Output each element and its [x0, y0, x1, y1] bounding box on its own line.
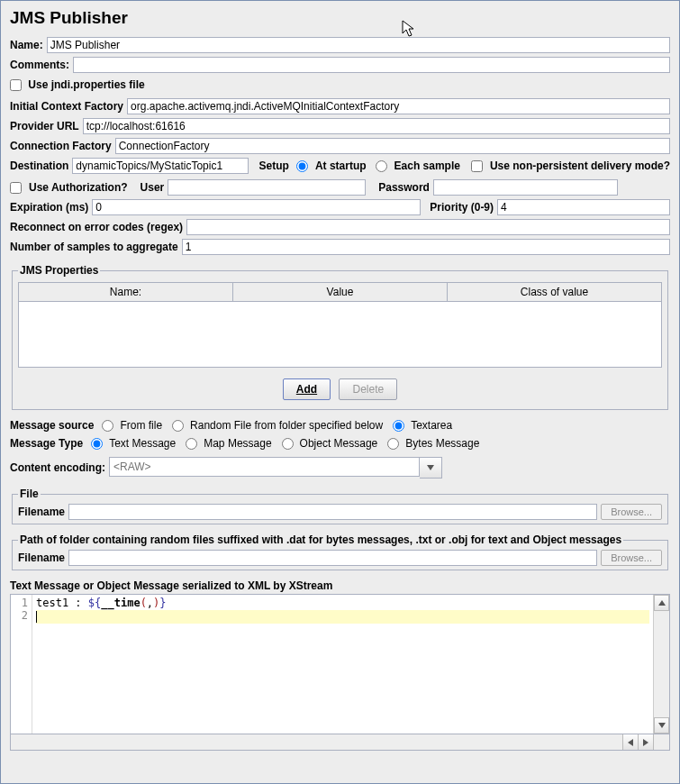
comments-label: Comments: [10, 59, 69, 71]
icf-input[interactable] [127, 98, 670, 114]
msg-type-text-radio[interactable] [91, 438, 103, 450]
encoding-combo[interactable] [109, 457, 442, 479]
horizontal-scrollbar[interactable] [10, 734, 670, 751]
user-input[interactable] [168, 179, 366, 196]
setup-each-radio[interactable] [376, 160, 387, 172]
jms-col-name[interactable]: Name: [19, 283, 233, 302]
file-fieldset: File Filename Browse... [12, 488, 668, 524]
code-editor[interactable]: 1 2 test1 : ${__time(,)} [10, 594, 670, 734]
aggregate-label: Number of samples to aggregate [10, 241, 178, 253]
folder-browse-button[interactable]: Browse... [601, 550, 662, 566]
jms-col-class[interactable]: Class of value [448, 283, 662, 302]
conn-factory-input[interactable] [115, 138, 670, 154]
password-label: Password [378, 181, 430, 194]
jms-col-value[interactable]: Value [233, 283, 448, 302]
jms-properties-legend: JMS Properties [18, 264, 100, 277]
encoding-label: Content encoding: [10, 461, 105, 474]
chevron-down-icon[interactable] [420, 457, 442, 479]
priority-label: Priority (0-9) [430, 201, 494, 214]
file-legend: File [18, 488, 41, 500]
folder-fieldset: Path of folder containing random files s… [12, 533, 668, 570]
expiration-input[interactable] [92, 199, 421, 215]
msg-source-label: Message source [10, 419, 94, 432]
msg-type-text-label: Text Message [109, 437, 176, 450]
msg-source-file-label: From file [120, 419, 162, 432]
panel-title: JMS Publisher [10, 8, 670, 28]
name-input[interactable] [47, 37, 670, 53]
folder-filename-label: Filename [18, 552, 65, 564]
jms-properties-fieldset: JMS Properties Name: Value Class of valu… [12, 264, 668, 410]
code-fn: __time [101, 597, 140, 609]
auth-checkbox[interactable] [10, 182, 22, 194]
scroll-left-icon[interactable] [622, 734, 638, 750]
reconnect-input[interactable] [186, 219, 670, 235]
destination-input[interactable] [72, 158, 248, 174]
text-cursor [36, 611, 37, 623]
msg-type-object-label: Object Message [300, 437, 378, 450]
encoding-input[interactable] [109, 457, 420, 477]
msg-type-bytes-label: Bytes Message [405, 437, 479, 450]
nonpersist-checkbox[interactable] [471, 160, 483, 172]
auth-label: Use Authorization? [29, 181, 128, 194]
editor-code-area[interactable]: test1 : ${__time(,)} [32, 595, 653, 734]
scroll-corner [653, 734, 669, 750]
file-browse-button[interactable]: Browse... [601, 504, 662, 520]
icf-label: Initial Context Factory [10, 100, 123, 113]
msg-type-label: Message Type [10, 437, 83, 450]
folder-legend: Path of folder containing random files s… [18, 533, 623, 546]
msg-type-map-radio[interactable] [186, 438, 197, 450]
msg-source-random-label: Random File from folder specified below [190, 419, 383, 432]
folder-filename-input[interactable] [68, 550, 597, 566]
priority-input[interactable] [497, 199, 670, 215]
msg-type-map-label: Map Message [204, 437, 271, 450]
editor-gutter: 1 2 [11, 595, 32, 734]
provider-url-input[interactable] [83, 118, 670, 134]
provider-url-label: Provider URL [10, 120, 79, 132]
conn-factory-label: Connection Factory [10, 140, 112, 152]
name-label: Name: [10, 39, 43, 51]
use-jndi-label: Use jndi.properties file [28, 78, 144, 91]
setup-label: Setup [259, 160, 289, 172]
msg-type-object-radio[interactable] [282, 438, 294, 450]
jms-table-body[interactable] [19, 302, 662, 368]
scroll-down-icon[interactable] [654, 717, 669, 734]
reconnect-label: Reconnect on error codes (regex) [10, 221, 183, 233]
comments-input[interactable] [73, 57, 670, 73]
msg-source-textarea-radio[interactable] [393, 420, 404, 432]
code-comma: , [147, 597, 153, 609]
password-input[interactable] [433, 179, 618, 196]
msg-type-bytes-radio[interactable] [387, 438, 399, 450]
file-filename-input[interactable] [68, 504, 597, 520]
add-button[interactable]: Add [283, 378, 331, 400]
use-jndi-checkbox[interactable] [10, 79, 22, 91]
delete-button[interactable]: Delete [339, 378, 397, 400]
file-filename-label: Filename [18, 506, 65, 518]
setup-each-label: Each sample [394, 160, 460, 172]
nonpersist-label: Use non-persistent delivery mode? [490, 160, 670, 172]
code-brace: } [159, 597, 166, 609]
expiration-label: Expiration (ms) [10, 201, 88, 214]
msg-source-textarea-label: Textarea [411, 419, 452, 432]
code-dollar: $ [88, 597, 95, 609]
editor-label: Text Message or Object Message serialize… [10, 579, 670, 592]
gutter-line-1: 1 [14, 597, 28, 609]
aggregate-input[interactable] [182, 239, 670, 255]
jms-properties-table: Name: Value Class of value [18, 282, 662, 368]
scroll-right-icon[interactable] [638, 734, 653, 750]
code-text: test1 : [36, 597, 88, 609]
user-label: User [141, 181, 165, 194]
msg-source-file-radio[interactable] [102, 420, 113, 432]
setup-startup-label: At startup [315, 160, 367, 172]
gutter-line-2: 2 [14, 609, 28, 622]
vertical-scrollbar[interactable] [653, 595, 669, 734]
scroll-up-icon[interactable] [654, 595, 669, 611]
destination-label: Destination [10, 160, 68, 172]
setup-startup-radio[interactable] [296, 160, 308, 172]
msg-source-random-radio[interactable] [172, 420, 184, 432]
code-paren: ( [141, 597, 147, 609]
hscroll-track[interactable] [11, 734, 622, 750]
